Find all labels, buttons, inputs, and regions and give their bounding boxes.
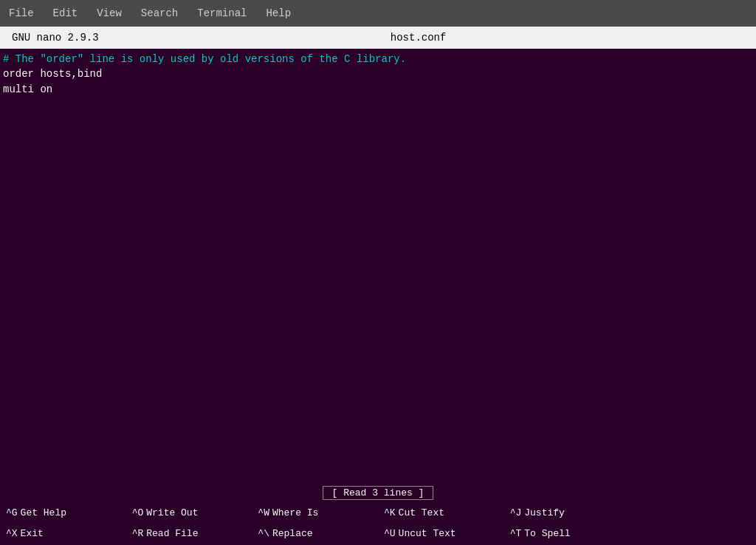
editor-area[interactable]: # The "order" line is only used by old v…	[0, 49, 756, 484]
shortcut-label-justify: Justify	[524, 507, 565, 518]
menu-edit[interactable]: Edit	[50, 6, 81, 21]
shortcut-label-replace: Replace	[272, 528, 313, 539]
menu-search[interactable]: Search	[138, 6, 181, 21]
shortcut-key-to-spell: ^T	[510, 528, 522, 539]
shortcut-label-exit: Exit	[21, 528, 44, 539]
shortcut-write-out[interactable]: ^O Write Out	[126, 502, 252, 523]
shortcut-label-get-help: Get Help	[21, 507, 66, 518]
shortcut-get-help[interactable]: ^G Get Help	[0, 502, 126, 523]
shortcut-replace[interactable]: ^\ Replace	[252, 523, 378, 544]
shortcut-label-where-is: Where Is	[272, 507, 318, 518]
status-bar: [ Read 3 lines ]	[0, 484, 756, 501]
menu-file[interactable]: File	[6, 6, 37, 21]
shortcut-to-spell[interactable]: ^T To Spell	[504, 523, 630, 544]
filename: host.conf	[391, 32, 447, 44]
title-spacer	[738, 32, 744, 44]
shortcut-label-read-file: Read File	[146, 528, 198, 539]
shortcut-key-cut-text: ^K	[384, 507, 396, 518]
shortcut-key-justify: ^J	[510, 507, 522, 518]
shortcut-label-write-out: Write Out	[146, 507, 198, 518]
shortcut-exit[interactable]: ^X Exit	[0, 523, 126, 544]
shortcut-key-exit: ^X	[6, 528, 18, 539]
shortcut-empty-2	[630, 523, 756, 544]
shortcut-justify[interactable]: ^J Justify	[504, 502, 630, 523]
title-bar: GNU nano 2.9.3 host.conf	[0, 27, 756, 49]
shortcut-where-is[interactable]: ^W Where Is	[252, 502, 378, 523]
shortcut-key-uncut-text: ^U	[384, 528, 396, 539]
shortcut-empty-1	[630, 502, 756, 523]
shortcut-bar: ^G Get Help ^O Write Out ^W Where Is ^K …	[0, 501, 756, 545]
shortcut-key-read-file: ^R	[132, 528, 144, 539]
menu-view[interactable]: View	[94, 6, 125, 21]
shortcut-label-to-spell: To Spell	[524, 528, 570, 539]
shortcut-key-where-is: ^W	[258, 507, 269, 518]
menu-help[interactable]: Help	[263, 6, 294, 21]
shortcut-label-cut-text: Cut Text	[399, 507, 444, 518]
app-name: GNU nano 2.9.3	[12, 32, 99, 44]
shortcut-cut-text[interactable]: ^K Cut Text	[378, 502, 504, 523]
menu-terminal[interactable]: Terminal	[194, 6, 250, 21]
shortcut-label-uncut-text: Uncut Text	[399, 528, 456, 539]
editor-line-1: # The "order" line is only used by old v…	[3, 52, 753, 66]
shortcut-uncut-text[interactable]: ^U Uncut Text	[378, 523, 504, 544]
shortcut-key-replace: ^\	[258, 528, 269, 539]
shortcut-key-get-help: ^G	[6, 507, 18, 518]
shortcut-read-file[interactable]: ^R Read File	[126, 523, 252, 544]
status-message: [ Read 3 lines ]	[323, 486, 434, 500]
editor-line-2: order hosts,bind	[3, 66, 753, 81]
shortcut-key-write-out: ^O	[132, 507, 144, 518]
editor-line-3: multi on	[3, 82, 753, 97]
menu-bar: File Edit View Search Terminal Help	[0, 0, 756, 27]
